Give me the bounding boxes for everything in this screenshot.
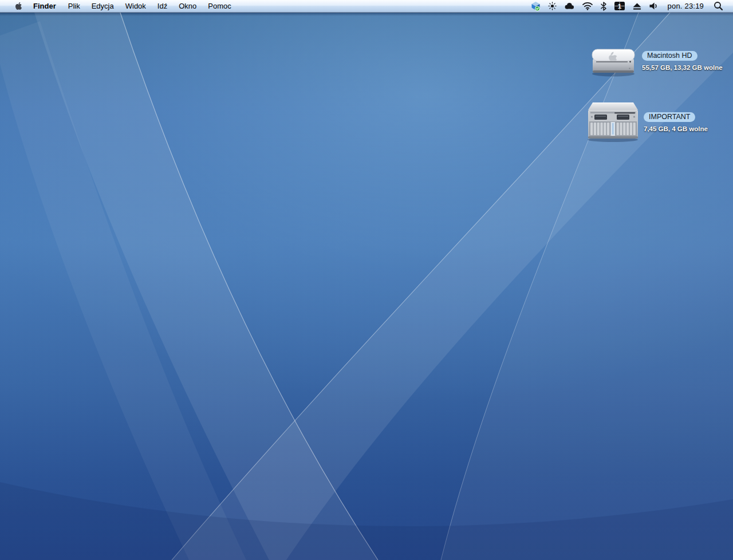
wallpaper-swoosh-art [0,13,733,560]
magnifier-glyph [714,1,723,11]
brightness-icon[interactable] [545,0,560,12]
menu-bar-status: 1 pon. 23:19 [527,0,733,12]
eject-icon[interactable] [629,0,645,12]
spaces-grid-glyph: 1 [614,1,625,11]
cloud-glyph [563,2,575,10]
dropbox-box-glyph [530,1,541,11]
volume-icon[interactable] [645,0,662,12]
spaces-indicator[interactable]: 1 [610,0,629,12]
desktop-volume-macintosh-hd[interactable]: Macintosh HD 55,57 GB, 13,32 GB wolne [590,47,733,81]
mac-mini-drive-icon[interactable] [590,47,637,79]
cloud-icon[interactable] [560,0,578,12]
volume-label[interactable]: IMPORTANT [644,112,695,122]
volume-item-info: 7,45 GB, 4 GB wolne [644,125,708,132]
menu-bar: Finder Plik Edycja Widok Idź Okno Pomoc [0,0,733,13]
menu-widok[interactable]: Widok [120,0,152,12]
bluetooth-icon[interactable] [597,0,610,12]
eject-glyph [632,2,642,10]
bluetooth-glyph [600,2,607,11]
desktop-background[interactable]: Macintosh HD 55,57 GB, 13,32 GB wolne [0,13,733,560]
menu-okno[interactable]: Okno [173,0,202,12]
spaces-number: 1 [617,3,621,10]
menu-edycja[interactable]: Edycja [86,0,120,12]
menu-idz[interactable]: Idź [152,0,173,12]
wifi-icon[interactable] [578,0,597,12]
volume-item-info: 55,57 GB, 13,32 GB wolne [642,64,723,71]
menu-pomoc[interactable]: Pomoc [202,0,237,12]
menu-bar-clock[interactable]: pon. 23:19 [662,2,708,10]
spotlight-icon[interactable] [708,0,726,12]
apple-logo-icon [15,2,22,10]
menu-finder[interactable]: Finder [27,0,62,12]
apple-menu[interactable] [10,0,27,12]
menu-plik[interactable]: Plik [62,0,86,12]
wifi-arcs-glyph [582,2,593,10]
menu-bar-menus: Finder Plik Edycja Widok Idź Okno Pomoc [0,0,237,12]
dropbox-icon[interactable] [527,0,545,12]
sun-glyph [548,2,557,10]
desktop-volume-important[interactable]: IMPORTANT 7,45 GB, 4 GB wolne [586,101,733,144]
speaker-glyph [649,2,659,10]
volume-label[interactable]: Macintosh HD [642,51,697,61]
raid-enclosure-drive-icon[interactable] [586,101,640,143]
